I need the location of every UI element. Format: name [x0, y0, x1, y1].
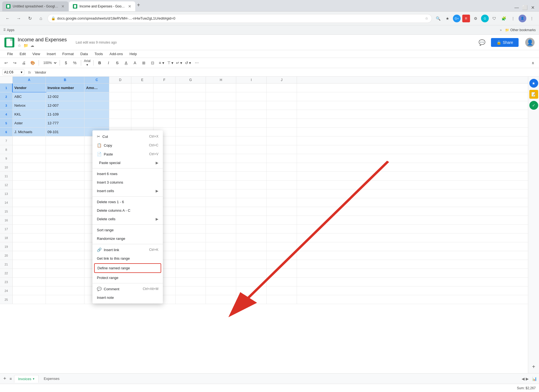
- col-header-d[interactable]: D: [109, 77, 131, 83]
- extension1-btn[interactable]: G+: [453, 15, 461, 22]
- cell-d3[interactable]: [109, 101, 131, 110]
- cell-f4[interactable]: [153, 110, 176, 119]
- cell-b5[interactable]: 12-777: [46, 119, 84, 127]
- merge-btn[interactable]: ⊡: [149, 59, 156, 67]
- cell-b7[interactable]: [46, 136, 84, 145]
- extension6-btn[interactable]: 🧩: [500, 15, 508, 22]
- star-icon[interactable]: ☆: [425, 16, 428, 20]
- menu-help[interactable]: Help: [127, 51, 140, 57]
- window-minimize-btn[interactable]: —: [514, 5, 519, 10]
- menu-btn[interactable]: ⋮: [528, 15, 536, 22]
- extension4-btn[interactable]: G: [481, 15, 489, 22]
- user-avatar[interactable]: 👤: [525, 38, 535, 47]
- cell-a5[interactable]: Aster: [13, 119, 46, 127]
- cell-e5[interactable]: [131, 119, 153, 127]
- cell-j4[interactable]: [267, 110, 297, 119]
- sheet-list-btn[interactable]: ≡: [9, 375, 13, 382]
- align-btn[interactable]: ≡ ▾: [158, 59, 165, 67]
- cell-c3[interactable]: [84, 101, 109, 110]
- currency-btn[interactable]: $: [62, 59, 70, 67]
- rotate-btn[interactable]: ↺ ▾: [184, 59, 192, 67]
- back-button[interactable]: ←: [3, 14, 12, 23]
- forward-button[interactable]: →: [14, 14, 23, 23]
- cell-b1[interactable]: Invoice number: [46, 84, 84, 92]
- menu-insert[interactable]: Insert: [44, 51, 59, 57]
- wrap-btn[interactable]: ↵ ▾: [175, 59, 183, 67]
- border-btn[interactable]: ⊞: [140, 59, 148, 67]
- other-bookmarks[interactable]: 📁 Other bookmarks: [505, 28, 536, 32]
- ctx-paste-special[interactable]: Paste special ▶: [92, 159, 163, 167]
- tasks-btn[interactable]: ✓: [529, 101, 538, 110]
- cell-f5[interactable]: [153, 119, 176, 127]
- cell-g2[interactable]: [176, 92, 206, 101]
- cell-f3[interactable]: [153, 101, 176, 110]
- extension7-btn[interactable]: ⋮: [509, 15, 517, 22]
- window-close-btn[interactable]: ✕: [531, 5, 535, 10]
- ctx-delete-cells[interactable]: Delete cells ▶: [92, 215, 163, 223]
- strikethrough-btn[interactable]: S: [113, 59, 121, 67]
- fill-color-btn[interactable]: A: [131, 59, 139, 67]
- col-header-e[interactable]: E: [131, 77, 153, 83]
- ctx-paste[interactable]: 📄 Paste Ctrl+V: [92, 150, 163, 159]
- cell-e1[interactable]: [131, 84, 153, 92]
- cell-j7[interactable]: [267, 136, 297, 145]
- extension5-btn[interactable]: 🛡: [490, 15, 498, 22]
- paint-format-btn[interactable]: 🎨: [29, 59, 36, 67]
- menu-tools[interactable]: Tools: [92, 51, 105, 57]
- search-icon-btn[interactable]: 🔍: [434, 15, 442, 22]
- cell-g1[interactable]: [176, 84, 206, 92]
- tab-close-untitled[interactable]: ✕: [61, 4, 65, 9]
- ctx-cut[interactable]: ✂ Cut Ctrl+X: [92, 132, 163, 141]
- profile-btn[interactable]: 👤: [519, 15, 526, 22]
- ctx-comment[interactable]: 💬 Comment Ctrl+Alt+M: [92, 284, 163, 293]
- ctx-protect-range[interactable]: Protect range: [92, 273, 163, 282]
- col-header-b[interactable]: B: [46, 77, 84, 83]
- col-header-a[interactable]: A: [13, 77, 46, 83]
- cell-e3[interactable]: [131, 101, 153, 110]
- explore-btn[interactable]: ★: [529, 79, 538, 88]
- col-header-f[interactable]: F: [153, 77, 176, 83]
- cell-e4[interactable]: [131, 110, 153, 119]
- ctx-randomize-range[interactable]: Randomize range: [92, 234, 163, 243]
- cell-i4[interactable]: [236, 110, 267, 119]
- menu-data[interactable]: Data: [78, 51, 91, 57]
- refresh-button[interactable]: ↻: [25, 14, 34, 23]
- star-icon-header[interactable]: ☆: [18, 43, 21, 48]
- cell-a4[interactable]: KKL: [13, 110, 46, 119]
- cell-ref-box[interactable]: A1:C6 ▾: [2, 69, 24, 75]
- cell-i5[interactable]: [236, 119, 267, 127]
- comment-btn[interactable]: 💬: [479, 39, 485, 46]
- cell-g5[interactable]: [176, 119, 206, 127]
- cell-i3[interactable]: [236, 101, 267, 110]
- window-maximize-btn[interactable]: ⬜: [522, 5, 528, 10]
- cell-d4[interactable]: [109, 110, 131, 119]
- share-button[interactable]: 🔒 Share: [491, 38, 519, 47]
- cell-i6[interactable]: [236, 128, 267, 136]
- sheet-tab-expenses[interactable]: Expenses: [40, 375, 63, 383]
- cell-h2[interactable]: [206, 92, 236, 101]
- cell-d2[interactable]: [109, 92, 131, 101]
- cell-f1[interactable]: [153, 84, 176, 92]
- ctx-insert-note[interactable]: Insert note: [92, 293, 163, 302]
- cell-i2[interactable]: [236, 92, 267, 101]
- redo-btn[interactable]: ↪: [11, 59, 19, 67]
- cloud-icon-header[interactable]: ☁: [30, 43, 34, 48]
- cell-h7[interactable]: [206, 136, 236, 145]
- cell-b3[interactable]: 12-007: [46, 101, 84, 110]
- cell-e2[interactable]: [131, 92, 153, 101]
- ctx-get-link[interactable]: Get link to this range: [92, 254, 163, 263]
- undo-btn[interactable]: ↩: [2, 59, 10, 67]
- sheet-scroll-left-icon[interactable]: ◀: [522, 377, 525, 381]
- ctx-define-named-range[interactable]: Define named range: [94, 263, 161, 273]
- underline-btn[interactable]: A: [122, 59, 130, 67]
- ctx-delete-rows[interactable]: Delete rows 1 - 6: [92, 198, 163, 206]
- cell-a3[interactable]: Netvox: [13, 101, 46, 110]
- col-header-c[interactable]: C: [84, 77, 109, 83]
- menu-edit[interactable]: Edit: [17, 51, 28, 57]
- cell-a6[interactable]: J. Michaels: [13, 128, 46, 136]
- ctx-delete-cols[interactable]: Delete columns A - C: [92, 206, 163, 215]
- valign-btn[interactable]: ⊤ ▾: [166, 59, 174, 67]
- cell-g3[interactable]: [176, 101, 206, 110]
- cell-j5[interactable]: [267, 119, 297, 127]
- cell-h5[interactable]: [206, 119, 236, 127]
